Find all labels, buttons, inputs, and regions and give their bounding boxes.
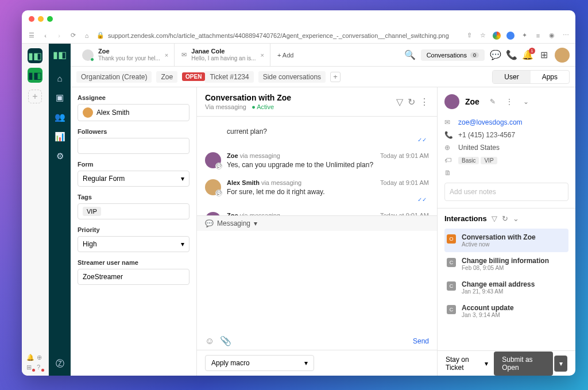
assignee-field[interactable]: Alex Smith [78, 104, 189, 121]
followers-field[interactable] [78, 138, 189, 154]
globe-mini-icon[interactable]: ⊕ [37, 354, 44, 361]
toggle-apps[interactable]: Apps [531, 71, 569, 83]
send-button[interactable]: Send [413, 337, 429, 345]
more-icon[interactable]: ⋮ [420, 96, 429, 107]
list-icon[interactable]: ≡ [534, 32, 542, 40]
user-panel: Zoe ✎ ⋮ ⌄ ✉zoe@lovesdogs.com 📞+1 (415) 1… [438, 87, 575, 376]
app-tile-1[interactable]: ▮◧ [28, 48, 42, 63]
composer-input[interactable] [197, 231, 437, 332]
avatar-icon [82, 49, 94, 61]
apps-grid-icon[interactable]: ⊞ [539, 50, 549, 60]
puzzle-icon[interactable]: ✦ [520, 32, 528, 40]
crumb-zoe[interactable]: Zoe [156, 71, 177, 83]
tag-icon: 🏷 [444, 156, 452, 164]
macro-select[interactable]: Apply macro▾ [205, 355, 314, 371]
help-mini-icon[interactable]: ? [37, 364, 44, 371]
close-tab-icon[interactable]: × [261, 52, 264, 59]
close-dot[interactable] [29, 16, 34, 22]
edit-icon[interactable]: ✎ [490, 98, 496, 106]
composer-channel-select[interactable]: 💬 Messaging ▾ [197, 215, 437, 231]
ticket-id[interactable]: Ticket #1234 [205, 71, 253, 83]
add-tab[interactable]: + Add [272, 44, 299, 66]
conversation-panel: Conversation with Zoe Via messaging Acti… [197, 87, 438, 376]
interaction-item[interactable]: CChange email addressJan 21, 9:43 AM [444, 276, 568, 299]
max-dot[interactable] [47, 16, 53, 22]
ext2-icon[interactable] [506, 32, 514, 40]
tab-janae[interactable]: ✉ Janae ColeHello, I am having an is... … [176, 44, 270, 66]
priority-select[interactable]: High▾ [78, 236, 189, 252]
rail-footer-icons: 🔔 ⊕ ⊞ ? [22, 354, 48, 371]
mail-icon: ✉ [181, 51, 187, 59]
message-row: 💬Zoe via messagingToday at 9:01 AMinvoic… [205, 207, 429, 215]
avatar-icon: 💬 [205, 212, 221, 215]
grid-mini-icon[interactable]: ⊞ [26, 364, 34, 371]
stay-on-ticket[interactable]: Stay on Ticket▾ [446, 356, 488, 372]
right-panel-toggle[interactable]: User Apps [492, 70, 570, 84]
stats-nav-icon[interactable]: 📊 [55, 132, 65, 142]
lock-icon: 🔒 [96, 32, 105, 40]
sidebar-icon[interactable]: ☰ [28, 32, 36, 40]
more-icon[interactable]: ⋮ [506, 98, 513, 106]
chevron-down-icon[interactable]: ⌄ [513, 214, 519, 223]
tab-zoe[interactable]: ZoeThank you for your hel... × [76, 44, 175, 66]
chevron-down-icon: ▾ [181, 175, 184, 183]
refresh-icon[interactable]: ↻ [502, 214, 508, 223]
reload-icon[interactable]: ⟳ [69, 32, 77, 40]
ticket-fields-panel: Assignee Alex Smith Followers Form Regul… [71, 87, 197, 376]
streamer-field[interactable]: ZoeStreamer [78, 269, 189, 285]
min-dot[interactable] [38, 16, 44, 22]
app-switcher-rail: ▮◧ ▮◧ + 🔔 ⊕ ⊞ ? [22, 44, 49, 376]
tags-field[interactable]: VIP [78, 203, 189, 219]
phone-icon[interactable]: 📞 [506, 50, 517, 60]
emoji-icon[interactable]: ☺ [205, 336, 214, 346]
brand-icon[interactable]: ▮◧ [53, 49, 67, 60]
inbox-nav-icon[interactable]: ▣ [55, 92, 65, 103]
globe-icon: ⊕ [444, 144, 452, 152]
chat-icon[interactable]: 💬 [490, 50, 501, 60]
close-tab-icon[interactable]: × [165, 52, 168, 59]
zendesk-icon[interactable]: Ⓩ [55, 358, 65, 369]
search-icon[interactable]: 🔍 [405, 50, 415, 60]
history-icon[interactable]: ↻ [408, 96, 415, 107]
avatar-icon: 💬 [205, 152, 221, 168]
attach-icon[interactable]: 📎 [220, 335, 231, 346]
interaction-item[interactable]: CAccount updateJan 3, 9:14 AM [444, 299, 568, 323]
home-icon[interactable]: ⌂ [83, 32, 91, 40]
user-notes-input[interactable]: Add user notes [444, 183, 568, 201]
user-avatar [444, 94, 459, 109]
side-conversations[interactable]: Side conversations [258, 71, 326, 83]
profile-icon[interactable]: ◉ [548, 32, 556, 40]
home-nav-icon[interactable]: ⌂ [55, 73, 65, 83]
interaction-item[interactable]: OConversation with ZoeActive now [444, 229, 568, 252]
add-app-tile[interactable]: + [28, 90, 42, 103]
filter-icon[interactable]: ▽ [396, 96, 403, 107]
menu-icon[interactable]: ⋯ [562, 32, 570, 40]
user-email-link[interactable]: zoe@lovesdogs.com [458, 118, 523, 126]
chevron-down-icon: ▾ [254, 219, 257, 227]
filter-icon[interactable]: ▽ [492, 214, 497, 223]
forward-icon[interactable]: › [55, 32, 63, 40]
nav-rail: ▮◧ ⌂ ▣ 👥 📊 ⚙ Ⓩ [49, 44, 71, 376]
submit-split[interactable]: ▾ [554, 356, 567, 372]
conversations-button[interactable]: Conversations 0 [421, 49, 485, 61]
bell-mini-icon[interactable]: 🔔 [26, 354, 34, 361]
window-traffic-lights [22, 10, 575, 28]
crumb-org[interactable]: Organization (Create) [76, 71, 152, 83]
users-nav-icon[interactable]: 👥 [55, 112, 65, 122]
add-side-conv[interactable]: + [330, 72, 341, 82]
app-tile-2[interactable]: ▮◧ [28, 68, 42, 83]
star-icon[interactable]: ☆ [479, 32, 487, 40]
message-row: 💬Zoe via messagingToday at 9:01 AMYes, c… [205, 148, 429, 175]
toggle-user[interactable]: User [493, 71, 530, 83]
share-icon[interactable]: ⇧ [465, 32, 473, 40]
form-select[interactable]: Regular Form▾ [78, 171, 189, 187]
url-text: support.zendesk.com/hc/article_attachmen… [108, 32, 449, 39]
ext1-icon[interactable] [493, 32, 501, 40]
current-user-avatar[interactable] [555, 48, 570, 63]
submit-button[interactable]: Submit as Open [494, 352, 553, 376]
back-icon[interactable]: ‹ [41, 32, 49, 40]
settings-nav-icon[interactable]: ⚙ [55, 151, 65, 161]
chevron-down-icon[interactable]: ⌄ [523, 98, 529, 106]
bell-icon[interactable]: 🔔1 [523, 50, 533, 60]
interaction-item[interactable]: CChange billing informationFeb 08, 9:05 … [444, 252, 568, 276]
